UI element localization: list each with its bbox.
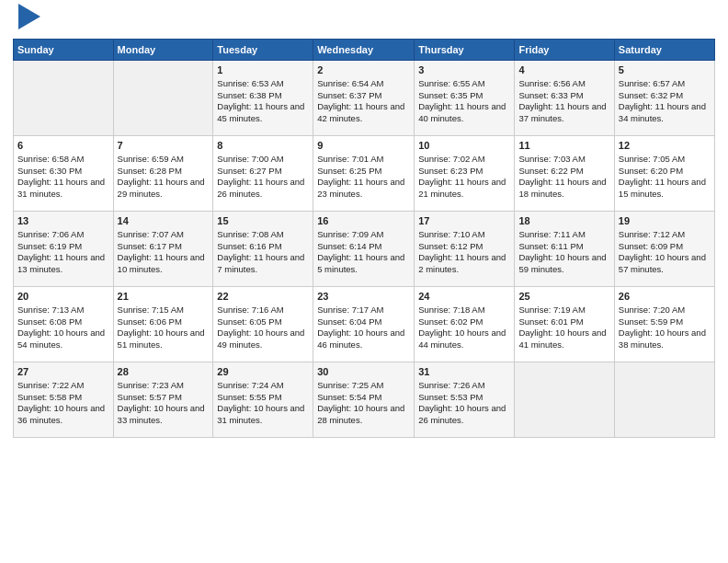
day-header-monday: Monday xyxy=(113,40,213,61)
calendar-cell: 21Sunrise: 7:15 AMSunset: 6:06 PMDayligh… xyxy=(113,287,213,362)
calendar-cell: 18Sunrise: 7:11 AMSunset: 6:11 PMDayligh… xyxy=(515,212,614,287)
header-row: SundayMondayTuesdayWednesdayThursdayFrid… xyxy=(14,40,715,61)
calendar-cell: 25Sunrise: 7:19 AMSunset: 6:01 PMDayligh… xyxy=(515,287,614,362)
day-number: 14 xyxy=(118,214,210,228)
day-number: 2 xyxy=(317,63,410,77)
day-info: Sunrise: 7:17 AMSunset: 6:04 PMDaylight:… xyxy=(317,304,404,350)
day-number: 6 xyxy=(17,139,109,153)
day-number: 10 xyxy=(418,139,510,153)
day-number: 24 xyxy=(418,290,510,304)
page-container: SundayMondayTuesdayWednesdayThursdayFrid… xyxy=(0,0,728,445)
calendar-cell xyxy=(614,362,714,438)
day-header-wednesday: Wednesday xyxy=(313,40,415,61)
logo xyxy=(13,9,44,33)
day-number: 19 xyxy=(619,214,711,228)
calendar-cell: 8Sunrise: 7:00 AMSunset: 6:27 PMDaylight… xyxy=(213,136,313,212)
day-number: 17 xyxy=(418,214,510,228)
day-number: 13 xyxy=(17,214,109,228)
day-number: 15 xyxy=(217,214,309,228)
week-row-3: 13Sunrise: 7:06 AMSunset: 6:19 PMDayligh… xyxy=(14,212,715,287)
day-number: 9 xyxy=(317,139,410,153)
day-number: 28 xyxy=(118,365,210,379)
day-info: Sunrise: 7:06 AMSunset: 6:19 PMDaylight:… xyxy=(17,229,105,274)
day-info: Sunrise: 6:56 AMSunset: 6:33 PMDaylight:… xyxy=(518,78,606,123)
svg-marker-0 xyxy=(18,4,40,29)
day-info: Sunrise: 7:23 AMSunset: 5:57 PMDaylight:… xyxy=(118,380,205,425)
calendar-cell: 11Sunrise: 7:03 AMSunset: 6:22 PMDayligh… xyxy=(515,136,614,212)
calendar-cell: 23Sunrise: 7:17 AMSunset: 6:04 PMDayligh… xyxy=(313,287,415,362)
day-info: Sunrise: 7:18 AMSunset: 6:02 PMDaylight:… xyxy=(418,304,506,350)
day-info: Sunrise: 7:12 AMSunset: 6:09 PMDaylight:… xyxy=(619,229,706,274)
calendar-cell: 4Sunrise: 6:56 AMSunset: 6:33 PMDaylight… xyxy=(515,61,614,136)
day-number: 29 xyxy=(217,365,309,379)
calendar-cell: 31Sunrise: 7:26 AMSunset: 5:53 PMDayligh… xyxy=(415,362,515,438)
day-number: 7 xyxy=(118,139,210,153)
header xyxy=(13,9,715,33)
day-number: 18 xyxy=(518,214,609,228)
calendar-cell xyxy=(14,61,114,136)
week-row-1: 1Sunrise: 6:53 AMSunset: 6:38 PMDaylight… xyxy=(14,61,715,136)
day-info: Sunrise: 7:02 AMSunset: 6:23 PMDaylight:… xyxy=(418,154,506,199)
calendar-cell: 12Sunrise: 7:05 AMSunset: 6:20 PMDayligh… xyxy=(614,136,714,212)
day-info: Sunrise: 7:01 AMSunset: 6:25 PMDaylight:… xyxy=(317,154,404,199)
day-header-thursday: Thursday xyxy=(415,40,515,61)
day-number: 8 xyxy=(217,139,309,153)
calendar-cell: 2Sunrise: 6:54 AMSunset: 6:37 PMDaylight… xyxy=(313,61,415,136)
day-info: Sunrise: 6:53 AMSunset: 6:38 PMDaylight:… xyxy=(217,78,304,123)
calendar-cell: 29Sunrise: 7:24 AMSunset: 5:55 PMDayligh… xyxy=(213,362,313,438)
day-header-sunday: Sunday xyxy=(14,40,114,61)
calendar-cell: 19Sunrise: 7:12 AMSunset: 6:09 PMDayligh… xyxy=(614,212,714,287)
day-info: Sunrise: 7:08 AMSunset: 6:16 PMDaylight:… xyxy=(217,229,304,274)
day-info: Sunrise: 7:05 AMSunset: 6:20 PMDaylight:… xyxy=(619,154,706,199)
day-number: 1 xyxy=(217,63,309,77)
day-number: 31 xyxy=(418,365,510,379)
calendar-cell: 10Sunrise: 7:02 AMSunset: 6:23 PMDayligh… xyxy=(415,136,515,212)
day-number: 27 xyxy=(17,365,109,379)
calendar-cell: 16Sunrise: 7:09 AMSunset: 6:14 PMDayligh… xyxy=(313,212,415,287)
calendar-cell: 14Sunrise: 7:07 AMSunset: 6:17 PMDayligh… xyxy=(113,212,213,287)
day-number: 26 xyxy=(619,290,711,304)
day-header-tuesday: Tuesday xyxy=(213,40,313,61)
day-number: 4 xyxy=(518,63,609,77)
calendar-cell xyxy=(113,61,213,136)
day-number: 11 xyxy=(518,139,609,153)
calendar-cell: 15Sunrise: 7:08 AMSunset: 6:16 PMDayligh… xyxy=(213,212,313,287)
day-info: Sunrise: 7:00 AMSunset: 6:27 PMDaylight:… xyxy=(217,154,304,199)
day-info: Sunrise: 7:19 AMSunset: 6:01 PMDaylight:… xyxy=(518,304,606,350)
calendar-cell: 1Sunrise: 6:53 AMSunset: 6:38 PMDaylight… xyxy=(213,61,313,136)
day-info: Sunrise: 7:03 AMSunset: 6:22 PMDaylight:… xyxy=(518,154,606,199)
calendar-cell: 26Sunrise: 7:20 AMSunset: 5:59 PMDayligh… xyxy=(614,287,714,362)
calendar-cell: 20Sunrise: 7:13 AMSunset: 6:08 PMDayligh… xyxy=(14,287,114,362)
calendar-cell: 7Sunrise: 6:59 AMSunset: 6:28 PMDaylight… xyxy=(113,136,213,212)
day-info: Sunrise: 7:20 AMSunset: 5:59 PMDaylight:… xyxy=(619,304,706,350)
day-number: 16 xyxy=(317,214,410,228)
day-number: 21 xyxy=(118,290,210,304)
day-info: Sunrise: 7:24 AMSunset: 5:55 PMDaylight:… xyxy=(217,380,304,425)
day-number: 3 xyxy=(418,63,510,77)
day-info: Sunrise: 6:55 AMSunset: 6:35 PMDaylight:… xyxy=(418,78,506,123)
week-row-2: 6Sunrise: 6:58 AMSunset: 6:30 PMDaylight… xyxy=(14,136,715,212)
day-number: 22 xyxy=(217,290,309,304)
calendar-cell: 13Sunrise: 7:06 AMSunset: 6:19 PMDayligh… xyxy=(14,212,114,287)
day-info: Sunrise: 7:07 AMSunset: 6:17 PMDaylight:… xyxy=(118,229,205,274)
day-info: Sunrise: 7:26 AMSunset: 5:53 PMDaylight:… xyxy=(418,380,506,425)
calendar-cell: 3Sunrise: 6:55 AMSunset: 6:35 PMDaylight… xyxy=(415,61,515,136)
calendar-cell: 22Sunrise: 7:16 AMSunset: 6:05 PMDayligh… xyxy=(213,287,313,362)
day-number: 23 xyxy=(317,290,410,304)
day-info: Sunrise: 7:22 AMSunset: 5:58 PMDaylight:… xyxy=(17,380,105,425)
day-info: Sunrise: 7:09 AMSunset: 6:14 PMDaylight:… xyxy=(317,229,404,274)
day-number: 30 xyxy=(317,365,410,379)
day-info: Sunrise: 7:10 AMSunset: 6:12 PMDaylight:… xyxy=(418,229,506,274)
day-info: Sunrise: 7:11 AMSunset: 6:11 PMDaylight:… xyxy=(518,229,606,274)
day-number: 12 xyxy=(619,139,711,153)
day-info: Sunrise: 6:59 AMSunset: 6:28 PMDaylight:… xyxy=(118,154,205,199)
calendar-cell: 28Sunrise: 7:23 AMSunset: 5:57 PMDayligh… xyxy=(113,362,213,438)
logo-icon xyxy=(15,0,44,33)
day-info: Sunrise: 6:57 AMSunset: 6:32 PMDaylight:… xyxy=(619,78,706,123)
week-row-5: 27Sunrise: 7:22 AMSunset: 5:58 PMDayligh… xyxy=(14,362,715,438)
calendar-table: SundayMondayTuesdayWednesdayThursdayFrid… xyxy=(13,39,715,438)
calendar-cell: 5Sunrise: 6:57 AMSunset: 6:32 PMDaylight… xyxy=(614,61,714,136)
calendar-cell: 6Sunrise: 6:58 AMSunset: 6:30 PMDaylight… xyxy=(14,136,114,212)
day-info: Sunrise: 6:54 AMSunset: 6:37 PMDaylight:… xyxy=(317,78,404,123)
day-number: 20 xyxy=(17,290,109,304)
